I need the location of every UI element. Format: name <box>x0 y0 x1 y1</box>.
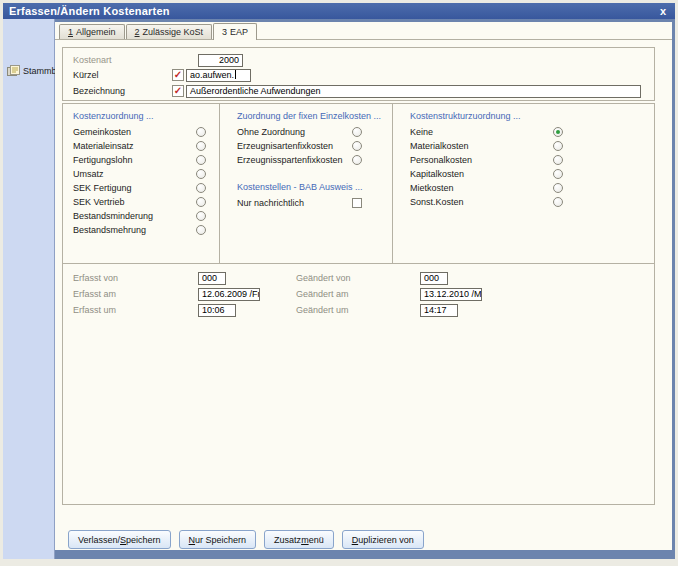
button-text: Verlassen/ <box>78 535 120 545</box>
kuerzel-label: Kürzel <box>73 69 99 82</box>
button-text: uplizieren von <box>358 535 414 545</box>
erfasst-von-input[interactable]: 000 <box>198 272 226 285</box>
kostenart-input[interactable]: 2000 <box>198 54 243 67</box>
tab-allgemein-label: Allgemein <box>76 27 116 37</box>
erfasst-am-input[interactable]: 12.06.2009 /Fr <box>198 288 260 301</box>
button-text: peichern <box>126 535 161 545</box>
option-label: Ohne Zuordnung <box>237 127 305 137</box>
content-panel: 1 Allgemein 2 Zulässige KoSt 3 EAP <box>55 22 672 550</box>
tab-allgemein[interactable]: 1 Allgemein <box>59 24 125 39</box>
option-label: SEK Vertrieb <box>73 197 125 207</box>
bezeichnung-input[interactable]: Außerordentliche Aufwendungen <box>186 85 641 98</box>
sidebar-item-stammblatt[interactable]: Stammblatt <box>3 65 54 77</box>
option-label: Kapitalkosten <box>410 169 464 179</box>
erfasst-am-label: Erfasst am <box>73 288 116 301</box>
radio-kapitalkosten[interactable] <box>553 169 563 179</box>
geaendert-von-input[interactable]: 000 <box>420 272 448 285</box>
kostenzuordnung-heading: Kostenzuordnung ... <box>73 111 154 121</box>
bezeichnung-label: Bezeichnung <box>73 85 125 98</box>
column-fixe-einzelkosten: Zuordnung der fixen Einzelkosten ... Ohn… <box>220 104 393 264</box>
bezeichnung-check-icon[interactable]: ✓ <box>172 85 184 97</box>
nur-speichern-button[interactable]: Nur Speichern <box>179 530 257 549</box>
tab-zulaessige-kost-label: Zulässige KoSt <box>143 27 204 37</box>
column-kostenzuordnung: Kostenzuordnung ... Gemeinkosten Materia… <box>63 104 220 264</box>
tab-allgemein-accesskey: 1 <box>68 27 73 37</box>
groupbox-identification: Kostenart 2000 Kürzel ✓ ao.aufwen. Bezei… <box>62 47 655 101</box>
option-label: Personalkosten <box>410 155 472 165</box>
radio-personalkosten[interactable] <box>553 155 563 165</box>
tab-zulaessige-kost-accesskey: 2 <box>135 27 140 37</box>
assignment-columns: Kostenzuordnung ... Gemeinkosten Materia… <box>63 104 654 264</box>
option-label: SEK Fertigung <box>73 183 132 193</box>
text-cursor <box>235 70 236 79</box>
option-label: Fertigungslohn <box>73 155 133 165</box>
option-label: Materialkosten <box>410 141 469 151</box>
radio-erzeugnisartenfixkosten[interactable] <box>352 141 362 151</box>
radio-bestandsminderung[interactable] <box>196 211 206 221</box>
kuerzel-input[interactable]: ao.aufwen. <box>186 69 251 82</box>
button-text: ur Speichern <box>195 535 246 545</box>
kostenstruktur-heading: Kostenstrukturzuordnung ... <box>410 111 521 121</box>
option-label: Materialeinsatz <box>73 141 134 151</box>
tab-eap-label: EAP <box>230 27 248 37</box>
radio-sek-vertrieb[interactable] <box>196 197 206 207</box>
option-label: Bestandsmehrung <box>73 225 146 235</box>
geaendert-um-label: Geändert um <box>296 304 349 317</box>
option-label: Erzeugnisspartenfixkosten <box>237 155 343 165</box>
erfasst-um-label: Erfasst um <box>73 304 116 317</box>
window-title: Erfassen/Ändern Kostenarten <box>9 5 657 17</box>
bab-heading: Kostenstellen - BAB Ausweis ... <box>237 182 363 192</box>
zusatzmenu-button[interactable]: Zusatzmenü <box>264 530 334 549</box>
sidebar: Stammblatt <box>3 19 55 559</box>
button-row: Verlassen/Speichern Nur Speichern Zusatz… <box>68 530 424 549</box>
radio-gemeinkosten[interactable] <box>196 127 206 137</box>
main-frame: 1 Allgemein 2 Zulässige KoSt 3 EAP <box>55 19 675 559</box>
verlassen-speichern-button[interactable]: Verlassen/Speichern <box>68 530 171 549</box>
radio-mietkosten[interactable] <box>553 183 563 193</box>
stammblatt-icon <box>7 65 20 77</box>
checkbox-nur-nachrichtlich[interactable] <box>352 198 362 208</box>
button-text: Zusatz <box>274 535 301 545</box>
option-label: Nur nachrichtlich <box>237 198 304 208</box>
radio-materialkosten[interactable] <box>553 141 563 151</box>
radio-ohne-zuordnung[interactable] <box>352 127 362 137</box>
option-label: Sonst.Kosten <box>410 197 464 207</box>
tab-zulaessige-kost[interactable]: 2 Zulässige KoSt <box>126 24 213 39</box>
radio-bestandsmehrung[interactable] <box>196 225 206 235</box>
radio-sonst-kosten[interactable] <box>553 197 563 207</box>
radio-erzeugnisspartenfixkosten[interactable] <box>352 155 362 165</box>
erfasst-von-label: Erfasst von <box>73 272 118 285</box>
close-icon[interactable]: x <box>657 6 669 17</box>
geaendert-am-input[interactable]: 13.12.2010 /Mo <box>420 288 482 301</box>
option-label: Gemeinkosten <box>73 127 131 137</box>
option-label: Erzeugnisartenfixkosten <box>237 141 333 151</box>
option-label: Mietkosten <box>410 183 454 193</box>
option-label: Keine <box>410 127 433 137</box>
window-titlebar: Erfassen/Ändern Kostenarten x <box>3 3 675 19</box>
radio-materialeinsatz[interactable] <box>196 141 206 151</box>
button-text: enü <box>309 535 324 545</box>
kuerzel-check-icon[interactable]: ✓ <box>172 69 184 81</box>
radio-keine[interactable] <box>553 127 563 137</box>
fixe-einzelkosten-heading: Zuordnung der fixen Einzelkosten ... <box>237 111 381 121</box>
groupbox-assignments: Kostenzuordnung ... Gemeinkosten Materia… <box>62 103 655 505</box>
radio-sek-fertigung[interactable] <box>196 183 206 193</box>
geaendert-um-input[interactable]: 14:17 <box>420 304 458 317</box>
window-body: Stammblatt 1 Allgemein 2 Zulässige KoSt … <box>3 19 675 559</box>
radio-umsatz[interactable] <box>196 169 206 179</box>
app-window: Erfassen/Ändern Kostenarten x Stammblatt <box>3 3 675 559</box>
tab-strip: 1 Allgemein 2 Zulässige KoSt 3 EAP <box>55 23 672 40</box>
erfasst-um-input[interactable]: 10:06 <box>198 304 236 317</box>
kostenart-label: Kostenart <box>73 54 112 67</box>
option-label: Bestandsminderung <box>73 211 153 221</box>
radio-fertigungslohn[interactable] <box>196 155 206 165</box>
duplizieren-von-button[interactable]: Duplizieren von <box>342 530 424 549</box>
tab-eap-accesskey: 3 <box>222 27 227 37</box>
column-kostenstruktur: Kostenstrukturzuordnung ... Keine Materi… <box>393 104 655 264</box>
button-accesskey: m <box>301 535 309 545</box>
geaendert-von-label: Geändert von <box>296 272 351 285</box>
option-label: Umsatz <box>73 169 104 179</box>
tab-eap[interactable]: 3 EAP <box>213 23 257 40</box>
geaendert-am-label: Geändert am <box>296 288 349 301</box>
